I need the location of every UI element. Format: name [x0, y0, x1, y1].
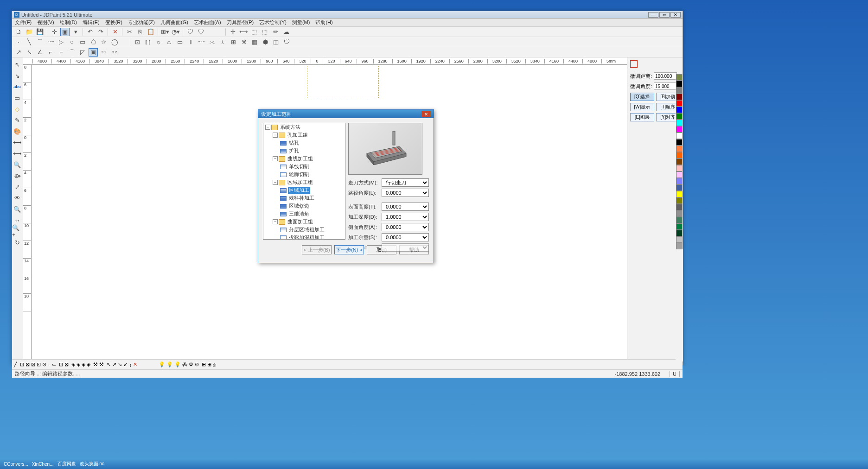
bt-cfg2-icon[interactable]: ⊘: [195, 361, 199, 368]
tree-group-area[interactable]: −区域加工组: [263, 178, 345, 186]
rect3-icon[interactable]: ▭: [175, 38, 185, 46]
menu-toolpath[interactable]: 刀具路径(P): [226, 19, 255, 26]
bt-6-icon[interactable]: ⌐: [48, 362, 51, 368]
color-swatch[interactable]: [676, 217, 683, 223]
bt-7-icon[interactable]: ⌙: [52, 361, 56, 368]
trapezoid-icon[interactable]: ⏢: [165, 38, 174, 46]
color-swatch[interactable]: [676, 146, 683, 152]
btn-show[interactable]: [W]显示: [630, 103, 654, 111]
tree-item-rest-machining[interactable]: 残料补加工: [263, 194, 345, 202]
color-indicator-icon[interactable]: [630, 60, 638, 68]
tree-item-projection-rough[interactable]: 投影加深粗加工: [263, 234, 345, 240]
fine-distance-input[interactable]: [654, 72, 677, 80]
cut-icon[interactable]: ✂: [125, 28, 134, 36]
plus-icon[interactable]: ✛: [228, 28, 237, 36]
color-swatch[interactable]: [676, 113, 683, 120]
bt-bulb3-icon[interactable]: 💡: [174, 361, 181, 368]
cylinder-icon[interactable]: ⬢: [261, 38, 270, 46]
tree-group-curve[interactable]: −曲线加工组: [263, 155, 345, 163]
angle1-icon[interactable]: ∠: [35, 48, 45, 57]
barcode-icon[interactable]: ⦀: [186, 38, 195, 46]
text-icon[interactable]: abc: [12, 82, 22, 92]
zigzag-icon[interactable]: ⩙: [207, 38, 217, 46]
color-swatch[interactable]: [676, 171, 683, 178]
bt-grid1-icon[interactable]: ⊞: [202, 361, 206, 368]
close-button[interactable]: ✕: [670, 12, 681, 18]
measure2-icon[interactable]: ⟷: [12, 148, 22, 158]
rotate-icon[interactable]: ↻: [12, 237, 22, 247]
rect-icon[interactable]: ▭: [78, 38, 87, 46]
tree-item-3d-corner[interactable]: 三维清角: [263, 210, 345, 218]
boxes-icon[interactable]: ▦: [250, 38, 259, 46]
bt-tool2-icon[interactable]: ⚒: [99, 361, 104, 368]
method-select[interactable]: 行切走刀: [382, 178, 429, 187]
method-tree[interactable]: −系统方法 −孔加工组 钻孔 扩孔 −曲线加工组 单线切割 轮廓切割 −区域加工…: [263, 123, 345, 240]
color-swatch[interactable]: [676, 243, 683, 249]
array3-icon[interactable]: ☼: [154, 38, 163, 46]
color-swatch[interactable]: [676, 178, 683, 184]
bt-3-icon[interactable]: ⊠: [31, 361, 35, 368]
color-swatch[interactable]: [676, 197, 683, 204]
redo-icon[interactable]: ↷: [96, 28, 105, 36]
menu-edit[interactable]: 编辑(E): [82, 19, 101, 26]
point-icon[interactable]: ·: [14, 38, 23, 46]
color-swatch[interactable]: [676, 210, 683, 217]
bt-a1-icon[interactable]: ↖: [107, 361, 111, 368]
bt-9-icon[interactable]: ⊠: [64, 361, 69, 368]
tree-group-surface[interactable]: −曲面加工组: [263, 218, 345, 226]
menu-draw[interactable]: 绘制(D): [59, 19, 78, 26]
polygon-icon[interactable]: ⬠: [89, 38, 98, 46]
bt-a2-icon[interactable]: ↗: [112, 361, 116, 368]
bt-a3-icon[interactable]: ↘: [118, 361, 122, 368]
delete-icon[interactable]: ✕: [110, 28, 120, 36]
bt-grid2-icon[interactable]: ⊞: [207, 361, 211, 368]
color-swatch[interactable]: [676, 120, 683, 126]
chamfer-icon[interactable]: ◸: [78, 48, 87, 57]
hmeasure-icon[interactable]: ⟷: [239, 28, 248, 36]
graph-icon[interactable]: ⫰: [218, 38, 227, 46]
color-swatch[interactable]: [676, 204, 683, 210]
bt-x-icon[interactable]: ✕: [133, 361, 137, 368]
star-icon[interactable]: ☆: [99, 38, 108, 46]
shield3-icon[interactable]: 🛡: [282, 38, 291, 46]
paint-icon[interactable]: 🎨: [12, 126, 22, 136]
taskbar-item[interactable]: 百度网盘: [57, 461, 76, 467]
status-unit[interactable]: U: [670, 371, 680, 377]
bt-tool1-icon[interactable]: ⚒: [93, 361, 98, 368]
color-swatch[interactable]: [676, 230, 683, 236]
open-icon[interactable]: 📁: [25, 28, 34, 36]
angle2-icon[interactable]: ⌐: [46, 48, 55, 57]
ellipse-icon[interactable]: ◯: [110, 38, 119, 46]
bt-5-icon[interactable]: ⊙: [42, 361, 46, 368]
shield1-icon[interactable]: 🛡: [185, 28, 195, 36]
menu-geometry[interactable]: 几何曲面(G): [160, 19, 189, 26]
wave-icon[interactable]: 〰: [197, 38, 206, 46]
color-swatch[interactable]: [676, 236, 683, 243]
tree-item-contour-cut[interactable]: 轮廓切割: [263, 171, 345, 178]
color-swatch[interactable]: [676, 126, 683, 133]
color-swatch[interactable]: [676, 139, 683, 146]
spline-icon[interactable]: 〰: [46, 38, 55, 46]
tree-root[interactable]: −系统方法: [263, 123, 345, 131]
tree-item-drill[interactable]: 钻孔: [263, 139, 345, 147]
fillet-icon[interactable]: ⌒: [67, 48, 77, 57]
rect2-icon[interactable]: ▭: [12, 93, 22, 103]
menu-measure[interactable]: 测量(M): [291, 19, 311, 26]
brush-icon[interactable]: ✎: [12, 115, 22, 125]
menu-view[interactable]: 视图(V): [36, 19, 55, 26]
bt-d1-icon[interactable]: ◈: [71, 361, 75, 368]
arc-icon[interactable]: ⌒: [35, 38, 45, 46]
paste-icon[interactable]: 📋: [146, 28, 155, 36]
bt-line-icon[interactable]: ╱: [14, 361, 17, 368]
margin-input[interactable]: 0.0000: [382, 233, 429, 241]
bt-d4-icon[interactable]: ◈: [87, 361, 90, 368]
dropdown-icon[interactable]: ▾: [71, 28, 80, 36]
snowflake-icon[interactable]: ❋: [239, 38, 249, 46]
bt-bulbs-icon[interactable]: ⁂: [182, 361, 187, 368]
tree-item-area-trim[interactable]: 区域修边: [263, 202, 345, 210]
lasso-icon[interactable]: ✏: [271, 28, 280, 36]
grid-icon[interactable]: ⊞▾: [160, 28, 170, 36]
bt-1-icon[interactable]: ⊡: [20, 361, 24, 368]
menu-pro[interactable]: 专业功能(Z): [127, 19, 156, 26]
fit-icon[interactable]: ↔: [12, 215, 22, 225]
